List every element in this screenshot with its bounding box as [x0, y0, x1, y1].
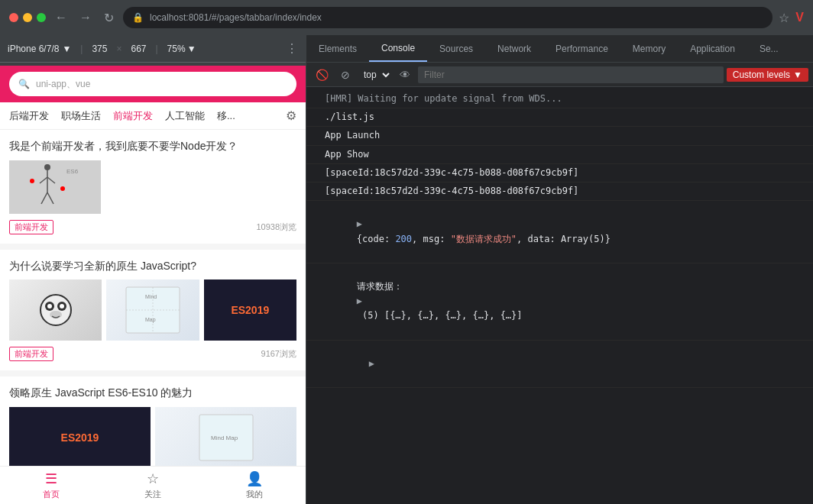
svg-line-5 [47, 192, 53, 204]
nav-item-home[interactable]: ☰ 首页 [0, 470, 102, 500]
separator3: | [155, 44, 157, 54]
console-input-line[interactable]: ▶ [306, 341, 813, 389]
settings-icon[interactable]: ⚙ [286, 108, 296, 123]
address-bar[interactable]: 🔒 localhost:8081/#/pages/tabbar/index/in… [123, 7, 773, 28]
category-more[interactable]: 移... [217, 109, 235, 123]
category-workplace[interactable]: 职场生活 [61, 109, 101, 123]
search-icon: 🔍 [18, 79, 30, 89]
vivaldi-icon[interactable]: V [795, 11, 804, 24]
nav-item-profile[interactable]: 👤 我的 [204, 470, 306, 500]
image-map2: Mind Map [155, 407, 296, 466]
article-tag[interactable]: 前端开发 [9, 220, 53, 234]
category-frontend[interactable]: 前端开发 [113, 109, 153, 123]
article-image-1: ES2019 [9, 407, 151, 466]
nav-item-follow[interactable]: ☆ 关注 [102, 470, 203, 500]
expand-arrow[interactable]: ▶ [357, 218, 362, 229]
zoom-selector[interactable]: 75% ▼ [167, 44, 196, 54]
svg-point-6 [30, 179, 34, 183]
close-button[interactable] [9, 13, 18, 22]
eye-button[interactable]: 👁 [395, 66, 415, 84]
separator2: × [116, 44, 121, 54]
tab-performance[interactable]: Performance [543, 35, 620, 62]
maximize-button[interactable] [37, 13, 46, 22]
tab-elements[interactable]: Elements [306, 35, 369, 62]
back-button[interactable]: ← [52, 8, 70, 27]
tab-application-label: Application [690, 44, 735, 54]
image-panda [9, 279, 102, 341]
console-msg-value: "数据请求成功" [451, 234, 517, 244]
console-line: App Launch [306, 127, 813, 145]
article-image-1 [9, 279, 102, 341]
article-images: Mind Map ES2019 [9, 279, 296, 341]
article-images: ES2019 Mind Map [9, 407, 296, 466]
sim-width: 375 [92, 44, 107, 54]
refresh-button[interactable]: ↻ [101, 8, 117, 28]
traffic-lights [9, 13, 46, 22]
device-selector[interactable]: iPhone 6/7/8 ▼ [8, 44, 71, 54]
bookmark-icon[interactable]: ☆ [779, 11, 789, 25]
console-text: [HMR] Waiting for update signal from WDS… [325, 93, 562, 104]
list-item[interactable]: 领略原生 JavaScript ES6-ES10 的魅力 ES2019 [0, 376, 306, 466]
tab-security[interactable]: Se... [747, 35, 791, 62]
categories-bar: 后端开发 职场生活 前端开发 人工智能 移... ⚙ [0, 102, 306, 130]
console-text: ./list.js [325, 111, 374, 122]
search-input-container[interactable]: 🔍 uni-app、vue [9, 72, 296, 96]
forward-button[interactable]: → [76, 8, 95, 27]
console-line[interactable]: 请求数据： ▶ (5) [{…}, {…}, {…}, {…}, {…}] [306, 263, 813, 341]
profile-icon: 👤 [246, 470, 263, 487]
tab-sources[interactable]: Sources [427, 35, 485, 62]
console-text: , msg: [412, 234, 451, 244]
article-views: 10938浏览 [256, 221, 296, 233]
svg-line-2 [40, 177, 47, 183]
phone-content: 🔍 uni-app、vue 后端开发 职场生活 前端开发 人工智能 移... ⚙… [0, 66, 306, 504]
console-text: (5) [{…}, {…}, {…}, {…}, {…}] [357, 310, 523, 321]
sim-height: 667 [131, 44, 146, 54]
console-line: [spaceId:18c57d2d-339c-4c75-b088-d08f67c… [306, 183, 813, 201]
svg-text:Mind: Mind [145, 294, 157, 299]
devtools-panel: Elements Console Sources Network Perform… [306, 35, 813, 504]
image-placeholder: ES6 [9, 160, 101, 214]
clear-button[interactable]: 🚫 [311, 66, 333, 84]
search-placeholder: uni-app、vue [36, 78, 90, 91]
context-selector[interactable]: top [358, 67, 392, 82]
devtools-toolbar: 🚫 ⊘ top 👁 Custom levels ▼ [306, 63, 813, 87]
log-levels-label: Custom levels [733, 69, 790, 80]
filter-input[interactable] [418, 66, 724, 83]
filter-toggle[interactable]: ⊘ [336, 66, 355, 84]
console-line: [HMR] Waiting for update signal from WDS… [306, 90, 813, 108]
console-code-value: 200 [395, 234, 412, 244]
levels-chevron: ▼ [793, 69, 802, 80]
category-backend[interactable]: 后端开发 [9, 109, 49, 123]
tab-network-label: Network [497, 44, 531, 54]
article-image: ES6 [9, 160, 101, 214]
article-title: 为什么说要学习全新的原生 JavaScript? [9, 259, 296, 274]
console-text: App Show [325, 149, 369, 160]
svg-point-9 [40, 295, 71, 325]
tab-memory[interactable]: Memory [620, 35, 678, 62]
console-line: [spaceId:18c57d2d-339c-4c75-b088-d08f67c… [306, 164, 813, 183]
zoom-level: 75% [167, 44, 186, 54]
console-output: [HMR] Waiting for update signal from WDS… [306, 87, 813, 504]
console-label: 请求数据： [357, 281, 413, 292]
chrome-actions: ☆ V [779, 11, 804, 25]
minimize-button[interactable] [23, 13, 32, 22]
category-ai[interactable]: 人工智能 [165, 109, 205, 123]
nav-label-follow: 关注 [144, 489, 161, 500]
svg-line-3 [47, 177, 55, 183]
log-levels-button[interactable]: Custom levels ▼ [727, 68, 808, 82]
devtools-tabs: Elements Console Sources Network Perform… [306, 35, 813, 63]
tab-console[interactable]: Console [369, 35, 427, 62]
list-item[interactable]: 为什么说要学习全新的原生 JavaScript? [0, 250, 306, 371]
tab-performance-label: Performance [555, 44, 608, 54]
article-tag[interactable]: 前端开发 [9, 347, 53, 361]
more-button[interactable]: ⋮ [286, 41, 298, 56]
svg-point-7 [60, 186, 65, 191]
list-item[interactable]: 我是个前端开发者，我到底要不要学Node开发？ [0, 130, 306, 244]
tab-network[interactable]: Network [485, 35, 543, 62]
expand-arrow2[interactable]: ▶ [357, 296, 362, 306]
console-line: App Show [306, 146, 813, 164]
console-line[interactable]: ▶ {code: 200, msg: "数据请求成功", data: Array… [306, 201, 813, 263]
tab-console-label: Console [381, 43, 415, 53]
tab-application[interactable]: Application [678, 35, 747, 62]
svg-point-12 [47, 304, 52, 309]
